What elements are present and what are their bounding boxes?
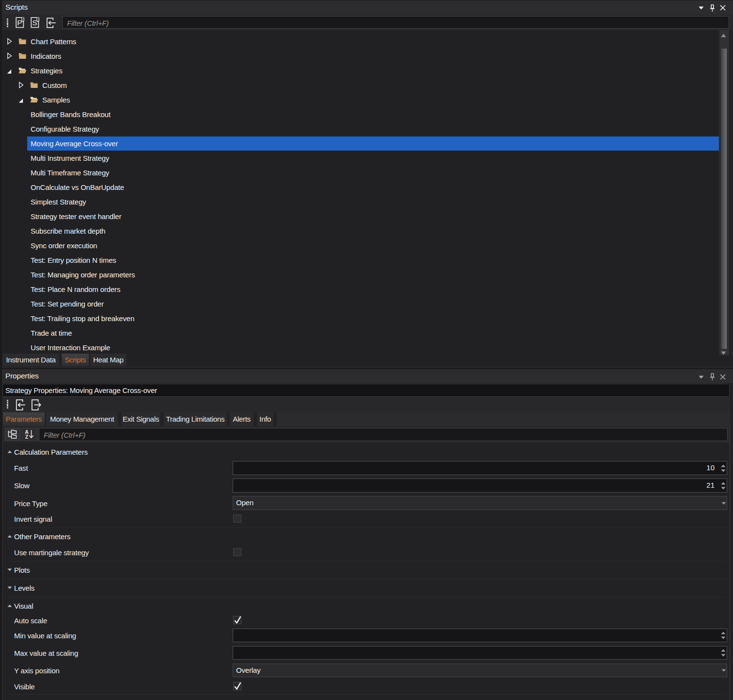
svg-text:Z: Z: [25, 434, 29, 439]
svg-text:S: S: [32, 18, 37, 27]
svg-text:P: P: [17, 18, 22, 27]
